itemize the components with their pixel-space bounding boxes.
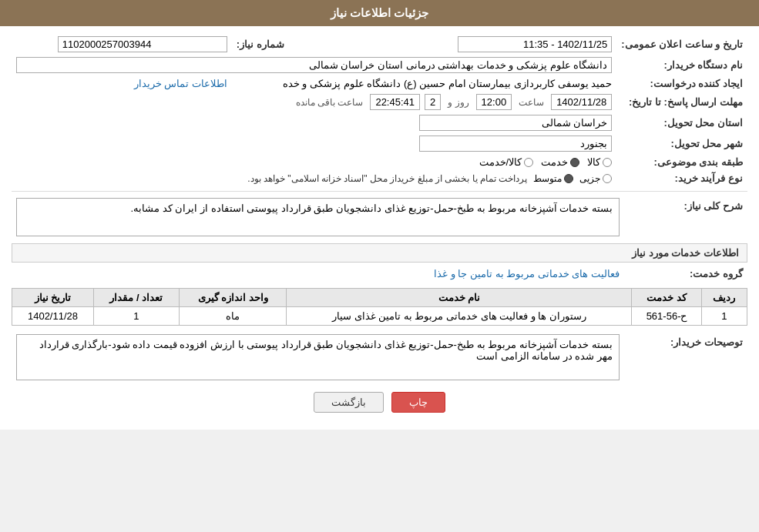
services-header-row: ردیف کد خدمت نام خدمت واحد اندازه گیری ت… xyxy=(12,289,747,307)
shomara-niaz-box: 1102000257003944 xyxy=(58,36,227,52)
gorohe-value: فعالیت های خدماتی مربوط به تامین جا و غذ… xyxy=(12,266,624,282)
col-name: نام خدمت xyxy=(287,289,632,307)
noe-jozii-radio[interactable] xyxy=(603,174,612,183)
saat-label: ساعت xyxy=(519,97,544,108)
services-table-body: 1ح-56-561رستوران ها و فعالیت های خدماتی … xyxy=(12,307,747,326)
button-row: چاپ بازگشت xyxy=(12,392,747,413)
row-noe: نوع فرآیند خرید: جزیی متوسط پرداخت تمام … xyxy=(12,170,747,186)
tosiyat-table: توصیحات خریدار: بسته خدمات آشپزخانه مربو… xyxy=(12,332,747,383)
shomara-niaz-label: شماره نیاز: xyxy=(232,34,355,55)
tosiyat-value: بسته خدمات آشپزخانه مربوط به طبخ-حمل-توز… xyxy=(12,332,624,383)
shomara-niaz-value: 1102000257003944 xyxy=(12,34,232,55)
tarikho-saat-value: 1402/11/25 - 11:35 xyxy=(371,34,616,55)
sharh-label: شرح کلی نیاز: xyxy=(624,196,747,239)
row-shahr: شهر محل تحویل: بجنورد xyxy=(12,133,747,154)
noe-label: نوع فرآیند خرید: xyxy=(616,170,747,186)
ijad-konande-value: حمید یوسفی کاربردازی بیمارستان امام حسین… xyxy=(232,75,616,92)
sharh-table: شرح کلی نیاز: بسته خدمات آشپزخانه مربوط … xyxy=(12,196,747,239)
tabaqe-kala-khadamat-item[interactable]: کالا/خدمت xyxy=(479,156,534,168)
shahr-value: بجنورد xyxy=(12,133,616,154)
tarikho-saat-box: 1402/11/25 - 11:35 xyxy=(458,36,612,52)
gorohe-table: گروه خدمت: فعالیت های خدماتی مربوط به تا… xyxy=(12,266,747,282)
baqi-mande-box: 22:45:41 xyxy=(370,94,420,110)
table-cell-3: ماه xyxy=(179,307,287,326)
row-shomara: تاریخ و ساعت اعلان عمومی: 1402/11/25 - 1… xyxy=(12,34,747,55)
tabaqe-khadamat-item[interactable]: خدمت xyxy=(541,156,579,168)
noe-jozii-label: جزیی xyxy=(579,173,600,184)
row-ijad: ایجاد کننده درخواست: حمید یوسفی کاربرداز… xyxy=(12,75,747,92)
tabaqe-khadamat-label: خدمت xyxy=(541,156,568,168)
table-cell-2: رستوران ها و فعالیت های خدماتی مربوط به … xyxy=(287,307,632,326)
tabaqe-label: طبقه بندی موضوعی: xyxy=(616,154,747,170)
col-tedad: تعداد / مقدار xyxy=(93,289,179,307)
table-cell-5: 1402/11/28 xyxy=(12,307,94,326)
tabaqe-kala-khadamat-radio[interactable] xyxy=(524,158,533,167)
roz-label: روز و xyxy=(448,97,468,108)
ostan-box: خراسان شمالی xyxy=(419,115,612,131)
roz-box: 2 xyxy=(425,94,441,110)
nam-dastgah-box: دانشگاه علوم پزشکی و خدمات بهداشتی درمان… xyxy=(16,57,612,73)
mohlat-label: مهلت ارسال پاسخ: تا تاریخ: xyxy=(616,92,747,112)
noe-description: پرداخت تمام یا بخشی از مبلغ خریداز محل "… xyxy=(247,173,527,184)
tabaqe-radio-row: کالا خدمت کالا/خدمت xyxy=(16,156,612,168)
ijad-konande-label: ایجاد کننده درخواست: xyxy=(616,75,747,92)
back-button[interactable]: بازگشت xyxy=(314,392,384,413)
print-button[interactable]: چاپ xyxy=(391,392,445,413)
ijad-konande-text: حمید یوسفی کاربردازی بیمارستان امام حسین… xyxy=(283,78,612,89)
date-row: 1402/11/28 ساعت 12:00 روز و 2 22:45:41 س… xyxy=(16,94,612,110)
tarikho-saat-label: تاریخ و ساعت اعلان عمومی: xyxy=(616,34,747,55)
noe-motavas-radio[interactable] xyxy=(564,174,573,183)
ostan-label: استان محل تحویل: xyxy=(616,112,747,133)
row-mohlat: مهلت ارسال پاسخ: تا تاریخ: 1402/11/28 سا… xyxy=(12,92,747,112)
table-cell-1: ح-56-561 xyxy=(632,307,701,326)
row-dastgah: نام دستگاه خریدار: دانشگاه علوم پزشکی و … xyxy=(12,55,747,75)
mohlat-value: 1402/11/28 ساعت 12:00 روز و 2 22:45:41 س… xyxy=(12,92,616,112)
noe-jozii-item[interactable]: جزیی xyxy=(579,173,612,184)
sharh-box: بسته خدمات آشپزخانه مربوط به طبخ-حمل-توز… xyxy=(16,198,620,236)
noe-motavas-label: متوسط xyxy=(533,173,562,184)
tosiyat-label: توصیحات خریدار: xyxy=(624,332,747,383)
nam-dastgah-label: نام دستگاه خریدار: xyxy=(616,55,747,75)
main-content: تاریخ و ساعت اعلان عمومی: 1402/11/25 - 1… xyxy=(0,26,759,430)
separator-1 xyxy=(12,191,747,192)
table-cell-0: 1 xyxy=(701,307,747,326)
noe-motavas-item[interactable]: متوسط xyxy=(533,173,573,184)
tabaqe-kala-radio[interactable] xyxy=(603,158,612,167)
header-title: جزئیات اطلاعات نیاز xyxy=(331,6,428,19)
col-tarikh: تاریخ نیاز xyxy=(12,289,94,307)
table-row: 1ح-56-561رستوران ها و فعالیت های خدماتی … xyxy=(12,307,747,326)
table-cell-4: 1 xyxy=(93,307,179,326)
row-ostan: استان محل تحویل: خراسان شمالی xyxy=(12,112,747,133)
col-code: کد خدمت xyxy=(632,289,701,307)
row-tosiyat: توصیحات خریدار: بسته خدمات آشپزخانه مربو… xyxy=(12,332,747,383)
services-table-head: ردیف کد خدمت نام خدمت واحد اندازه گیری ت… xyxy=(12,289,747,307)
tabaqe-kala-item[interactable]: کالا xyxy=(587,156,612,168)
noe-value: جزیی متوسط پرداخت تمام یا بخشی از مبلغ خ… xyxy=(12,170,616,186)
khadamat-header: اطلاعات خدمات مورد نیاز xyxy=(12,243,747,263)
info-table: تاریخ و ساعت اعلان عمومی: 1402/11/25 - 1… xyxy=(12,34,747,186)
row-tabaqe: طبقه بندی موضوعی: کالا خدمت xyxy=(12,154,747,170)
sharh-value: بسته خدمات آشپزخانه مربوط به طبخ-حمل-توز… xyxy=(12,196,624,239)
col-radif: ردیف xyxy=(701,289,747,307)
page-wrapper: جزئیات اطلاعات نیاز تاریخ و ساعت اعلان ع… xyxy=(0,0,759,430)
shahr-label: شهر محل تحویل: xyxy=(616,133,747,154)
tabaqe-kala-khadamat-label: کالا/خدمت xyxy=(479,156,522,168)
process-row: جزیی متوسط پرداخت تمام یا بخشی از مبلغ خ… xyxy=(16,173,612,184)
tabaqe-kala-label: کالا xyxy=(587,156,600,168)
tosiyat-box: بسته خدمات آشپزخانه مربوط به طبخ-حمل-توز… xyxy=(16,334,620,380)
row-gorohe: گروه خدمت: فعالیت های خدماتی مربوط به تا… xyxy=(12,266,747,282)
ostan-value: خراسان شمالی xyxy=(12,112,616,133)
row-sharh: شرح کلی نیاز: بسته خدمات آشپزخانه مربوط … xyxy=(12,196,747,239)
baqi-mande-label: ساعت باقی مانده xyxy=(296,97,364,108)
saat-box: 12:00 xyxy=(476,94,512,110)
shahr-box: بجنورد xyxy=(419,136,612,152)
gorohe-label: گروه خدمت: xyxy=(624,266,747,282)
ettelaat-tamas-link[interactable]: اطلاعات تماس خریدار xyxy=(134,78,227,89)
tabaqe-khadamat-radio[interactable] xyxy=(570,158,579,167)
services-table: ردیف کد خدمت نام خدمت واحد اندازه گیری ت… xyxy=(12,288,747,326)
col-vahed: واحد اندازه گیری xyxy=(179,289,287,307)
gorohe-link[interactable]: فعالیت های خدماتی مربوط به تامین جا و غذ… xyxy=(434,268,620,279)
tabaqe-value: کالا خدمت کالا/خدمت xyxy=(12,154,616,170)
date-box: 1402/11/28 xyxy=(551,94,612,110)
page-title: جزئیات اطلاعات نیاز xyxy=(0,0,759,26)
